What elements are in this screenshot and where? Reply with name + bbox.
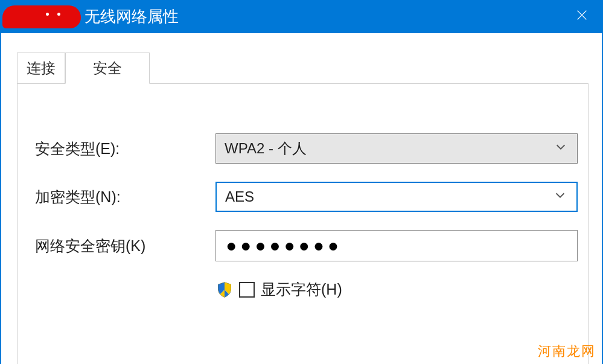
label-show-characters: 显示字符(H) xyxy=(261,279,342,299)
row-security-type: 安全类型(E): WPA2 - 个人 xyxy=(35,133,578,164)
chevron-down-icon xyxy=(554,188,567,205)
row-network-key: 网络安全密钥(K) xyxy=(35,230,578,261)
chevron-down-icon xyxy=(554,140,567,157)
label-network-key: 网络安全密钥(K) xyxy=(35,236,215,256)
watermark-text: 河南龙网 xyxy=(538,342,596,360)
input-network-key-wrapper xyxy=(215,230,578,261)
client-area: 连接 安全 安全类型(E): WPA2 - 个人 加密类型(N): AES xyxy=(0,33,603,364)
tab-strip: 连接 安全 xyxy=(1,33,602,88)
select-security-type[interactable]: WPA2 - 个人 xyxy=(215,133,578,164)
ssid-redaction xyxy=(2,5,81,28)
security-form: 安全类型(E): WPA2 - 个人 加密类型(N): AES 网络安全密钥(K… xyxy=(35,133,578,299)
label-encryption-type: 加密类型(N): xyxy=(35,187,215,207)
close-button[interactable] xyxy=(561,0,603,33)
close-icon xyxy=(575,7,589,26)
select-security-type-value: WPA2 - 个人 xyxy=(225,139,307,158)
window-titlebar: 无线网络属性 xyxy=(0,0,603,33)
row-encryption-type: 加密类型(N): AES xyxy=(35,182,578,212)
window-title: 无线网络属性 xyxy=(85,6,179,27)
select-encryption-type[interactable]: AES xyxy=(215,182,578,212)
select-encryption-type-value: AES xyxy=(225,188,254,205)
input-network-key[interactable] xyxy=(225,235,569,257)
label-security-type: 安全类型(E): xyxy=(35,139,215,159)
tab-connection[interactable]: 连接 xyxy=(17,53,65,84)
tab-security[interactable]: 安全 xyxy=(65,53,150,84)
row-show-characters: 显示字符(H) xyxy=(216,279,578,299)
checkbox-show-characters[interactable] xyxy=(239,282,255,298)
uac-shield-icon xyxy=(216,281,233,298)
